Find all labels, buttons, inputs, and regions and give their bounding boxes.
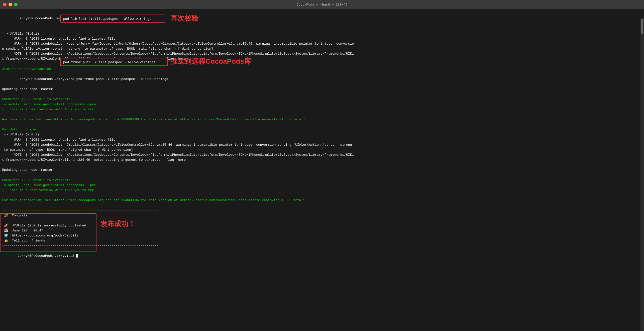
terminal-window: CocoaPods — -bash — 180×45 JerryMBP:Coco… (0, 0, 644, 331)
terminal-line: - NOTE | [iOS] xcodebuild: /Applications… (2, 152, 640, 157)
terminal-line: To update use: `sudo gem install cocoapo… (2, 183, 640, 188)
terminal-line (2, 162, 640, 168)
terminal-line: CocoaPods 1.3.0.beta.1 is available. (2, 178, 640, 183)
terminal-line (2, 203, 640, 208)
terminal-line (2, 112, 640, 117)
scrollbar-thumb[interactable] (641, 19, 643, 34)
terminal-line: to parameter of type 'BOOL' (aka 'signed… (2, 147, 640, 152)
scrollbar[interactable] (640, 18, 644, 331)
terminal-line-date: 📅 June 19th, 00:47 (2, 228, 640, 233)
window-title: CocoaPods — -bash — 180×45 (297, 3, 348, 7)
maximize-button[interactable] (14, 3, 18, 6)
terminal-line-prompt-final: JerryMBP:CocoaPods Jerry.Yao$ (2, 249, 640, 264)
terminal-line: For more information, see https://blog.c… (2, 198, 640, 203)
terminal-line (2, 92, 640, 97)
terminal-line-published: 🚀 JYUtils (0.0.1) successfully published (2, 223, 640, 228)
terminal-line-congrats: 🎉 Congrats (2, 213, 640, 218)
terminal-line: - NOTE | [iOS] xcodebuild: /Applications… (2, 51, 640, 56)
terminal-line: [!] This is a test version we'd love you… (2, 188, 640, 193)
terminal-line: ----------------------------------------… (2, 243, 640, 248)
terminal-line: -> JYUtils (0.0.1) (2, 31, 640, 36)
terminal-line: - WARN | [iOS] xcodebuild: /Users/Jerry.… (2, 41, 640, 46)
terminal-line (2, 26, 640, 31)
terminal-line: To update use: `sudo gem install cocoapo… (2, 102, 640, 107)
terminal-line: - WARN | [iOS] xcodebuild: JYUtils/Class… (2, 142, 640, 147)
terminal-line (2, 173, 640, 178)
terminal-line: - WARN | [iOS] license: Unable to find a… (2, 137, 640, 142)
terminal-line-validating: Validating podspec (2, 127, 640, 132)
terminal-line: For more information, see https://blog.c… (2, 117, 640, 122)
terminal-line: n sending 'UIAlertAction *const __strong… (2, 46, 640, 51)
terminal-line: -> JYUtils (0.0.1) (2, 132, 640, 137)
terminal-line-friends: 👍 Tell your friends! (2, 238, 640, 243)
terminal-line: - WARN | [iOS] license: Unable to find a… (2, 36, 640, 41)
terminal-line: CocoaPods 1.3.0.beta.1 is available. (2, 97, 640, 102)
terminal-line: JerryMBP:CocoaPods Jerry.Yao$ pod lib li… (2, 11, 640, 26)
terminal-line-url: 🌍 https://cocoapods.org/pods/JYUtils (2, 233, 640, 238)
terminal-line (2, 193, 640, 198)
terminal-line: Updating spec repo `master` (2, 87, 640, 92)
terminal-line: JerryMBP:CocoaPods Jerry.Yao$ pod trunk … (2, 72, 640, 87)
terminal-line (2, 122, 640, 127)
terminal-line: [!] This is a test version we'd love you… (2, 107, 640, 112)
terminal-line: ----------------------------------------… (2, 208, 640, 213)
prompt-text: JerryMBP:CocoaPods Jerry.Yao$ (18, 17, 76, 20)
terminal-line: t.framework/Headers/UIViewController.h:2… (2, 56, 640, 61)
terminal-line: t.framework/Headers/UIViewController.h:2… (2, 157, 640, 162)
terminal-line (2, 61, 640, 66)
titlebar: CocoaPods — -bash — 180×45 (0, 0, 644, 9)
prompt-text: JerryMBP:CocoaPods Jerry.Yao$ (18, 77, 76, 81)
terminal-body[interactable]: JerryMBP:CocoaPods Jerry.Yao$ pod lib li… (0, 9, 644, 266)
terminal-line (2, 218, 640, 223)
close-button[interactable] (3, 3, 7, 6)
terminal-line: Updating spec repo `master` (2, 168, 640, 173)
terminal-line-passed: JYUtils passed validation. (2, 67, 640, 72)
minimize-button[interactable] (9, 3, 12, 6)
